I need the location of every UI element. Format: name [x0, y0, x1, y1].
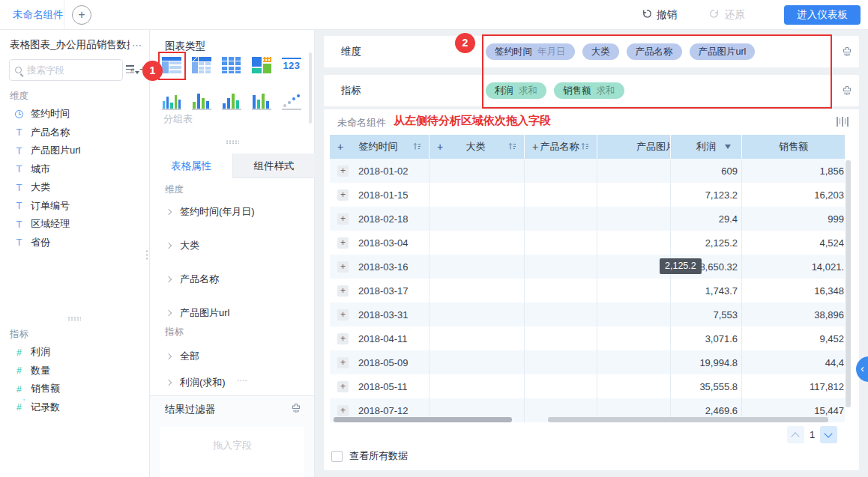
column-header-sales[interactable]: 销售额: [742, 135, 845, 159]
sort-icon[interactable]: [581, 142, 589, 153]
view-all-data-checkbox[interactable]: 查看所有数据: [331, 449, 408, 463]
expand-column-icon[interactable]: +: [532, 141, 538, 153]
table-row[interactable]: + 2018-03-16 8,650.32 14,021.: [330, 255, 845, 279]
redo-button[interactable]: 还原: [709, 0, 745, 30]
table-row[interactable]: + 2018-05-09 19,994.8 44,4: [330, 350, 845, 374]
enter-dashboard-button[interactable]: 进入仪表板: [784, 5, 861, 25]
add-component-button[interactable]: +: [72, 5, 91, 25]
chart-type-scatter-icon[interactable]: [282, 90, 302, 111]
sort-icon[interactable]: [413, 142, 421, 153]
dimension-pill[interactable]: 产品图片url: [690, 43, 756, 60]
config-dimension-item[interactable]: 签约时间(年月日): [150, 195, 315, 228]
dataset-more-icon[interactable]: ⋯: [132, 40, 142, 51]
chevron-right-icon[interactable]: [166, 353, 172, 359]
table-row[interactable]: + 2018-01-02 609 1,856: [330, 159, 845, 183]
chevron-right-icon[interactable]: [166, 242, 172, 248]
table-row[interactable]: + 2018-03-17 1,743.7 16,348: [330, 279, 845, 303]
chart-type-color-table-icon[interactable]: [252, 55, 272, 76]
column-header-profit[interactable]: 利润: [671, 135, 742, 159]
chevron-right-icon[interactable]: [166, 276, 172, 282]
chart-type-stacked-bar-icon[interactable]: [192, 90, 212, 111]
chart-type-multi-series-bar-icon[interactable]: [222, 90, 242, 111]
field-settings-icon[interactable]: [126, 64, 139, 76]
page-up-button[interactable]: [787, 426, 804, 443]
dimension-pill[interactable]: 产品名称: [627, 43, 682, 60]
field-item[interactable]: 省份: [0, 234, 150, 252]
component-tab[interactable]: 未命名组件: [0, 0, 64, 30]
expand-row-button[interactable]: +: [337, 237, 349, 249]
measure-pill[interactable]: 利润 求和: [486, 82, 546, 99]
expand-column-icon[interactable]: +: [337, 141, 343, 153]
dimension-pill[interactable]: 签约时间 年月日: [486, 43, 575, 60]
dimension-shelf[interactable]: 维度 签约时间 年月日 大类 产品名称 产品图片url: [324, 36, 859, 67]
table-row[interactable]: + 2018-01-15 7,123.2 16,203: [330, 183, 845, 207]
column-header-sign-date[interactable]: + 签约时间: [330, 135, 430, 159]
clear-dimensions-brush-icon[interactable]: [841, 46, 853, 60]
column-header-product-image-url[interactable]: 产品图片url: [597, 135, 671, 159]
expand-row-button[interactable]: +: [337, 309, 349, 320]
page-down-button[interactable]: [820, 426, 837, 443]
chevron-right-icon[interactable]: [166, 309, 172, 315]
config-measure-item[interactable]: 全部: [150, 343, 315, 369]
measure-shelf[interactable]: 指标 利润 求和 销售额 求和: [324, 75, 859, 106]
field-item[interactable]: 数量: [0, 362, 150, 380]
field-item[interactable]: 利润: [0, 343, 150, 362]
field-item[interactable]: 产品名称: [0, 124, 150, 142]
field-item[interactable]: 产品图片url: [0, 142, 150, 160]
field-item[interactable]: 签约时间: [0, 105, 150, 124]
field-item[interactable]: 大类: [0, 178, 150, 197]
chart-type-compare-bar-icon[interactable]: [252, 90, 272, 111]
horizontal-scrollbar-right[interactable]: [548, 417, 828, 422]
column-header-product-name[interactable]: + 产品名称: [525, 135, 597, 159]
config-dimension-item[interactable]: 产品图片url: [150, 296, 315, 329]
undo-button[interactable]: 撤销: [641, 0, 677, 30]
expand-row-button[interactable]: +: [337, 189, 349, 201]
expand-column-icon[interactable]: +: [437, 141, 443, 153]
sort-icon[interactable]: [508, 142, 516, 153]
expand-row-button[interactable]: +: [337, 165, 349, 177]
section-resize-handle[interactable]: [237, 380, 247, 383]
expand-row-button[interactable]: +: [337, 285, 349, 297]
config-dimension-item[interactable]: 大类: [150, 228, 315, 262]
section-resize-handle[interactable]: [226, 140, 239, 144]
expand-row-button[interactable]: +: [337, 381, 349, 392]
chart-type-kpi-indicator-icon[interactable]: 123: [282, 55, 302, 76]
vertical-scrollbar[interactable]: [846, 160, 851, 407]
clear-measures-brush-icon[interactable]: [841, 85, 853, 99]
table-row[interactable]: + 2018-04-11 3,071.6 9,452: [330, 326, 845, 350]
field-item[interactable]: 记录数: [0, 398, 150, 417]
scrollbar[interactable]: [309, 52, 312, 124]
detail-view-toggle-icon[interactable]: [837, 116, 852, 127]
table-row[interactable]: + 2018-05-11 35,555.8 117,812: [330, 374, 845, 398]
search-input[interactable]: [27, 65, 109, 76]
chart-type-bar-chart-icon[interactable]: [162, 90, 182, 111]
sort-desc-icon[interactable]: [725, 145, 731, 149]
panel-resize-handle[interactable]: [145, 249, 149, 261]
field-item[interactable]: 区域经理: [0, 215, 150, 234]
field-item[interactable]: 销售额: [0, 380, 150, 398]
dimension-pill[interactable]: 大类: [582, 43, 619, 60]
expand-row-button[interactable]: +: [337, 405, 349, 416]
config-measure-item[interactable]: 利润(求和): [150, 369, 315, 395]
search-field-box[interactable]: [9, 59, 123, 81]
table-row[interactable]: + 2018-03-31 7,553 38,896: [330, 303, 845, 326]
chart-type-grouped-table-icon[interactable]: [162, 55, 182, 76]
table-row[interactable]: + 2018-03-04 2,125.2 4,524: [330, 231, 845, 255]
tab-table-properties[interactable]: 表格属性: [150, 154, 232, 178]
chart-type-detail-table-icon[interactable]: [222, 55, 242, 76]
config-dimension-item[interactable]: 产品名称: [150, 262, 315, 296]
expand-row-button[interactable]: +: [337, 261, 349, 273]
filter-drop-zone[interactable]: 拖入字段: [160, 427, 304, 477]
chevron-right-icon[interactable]: [166, 208, 172, 214]
horizontal-scrollbar-left[interactable]: [334, 417, 512, 422]
expand-row-button[interactable]: +: [337, 213, 349, 225]
measure-pill[interactable]: 销售额 求和: [554, 82, 624, 99]
table-row[interactable]: + 2018-02-18 29.4 999: [330, 207, 845, 231]
section-resize-handle[interactable]: [67, 317, 81, 320]
field-item[interactable]: 订单编号: [0, 197, 150, 216]
chevron-right-icon[interactable]: [166, 379, 172, 385]
chart-type-cross-table-icon[interactable]: [192, 55, 212, 76]
clear-filter-brush-icon[interactable]: [290, 402, 302, 416]
checkbox-icon[interactable]: [331, 451, 343, 462]
expand-row-button[interactable]: +: [337, 357, 349, 368]
